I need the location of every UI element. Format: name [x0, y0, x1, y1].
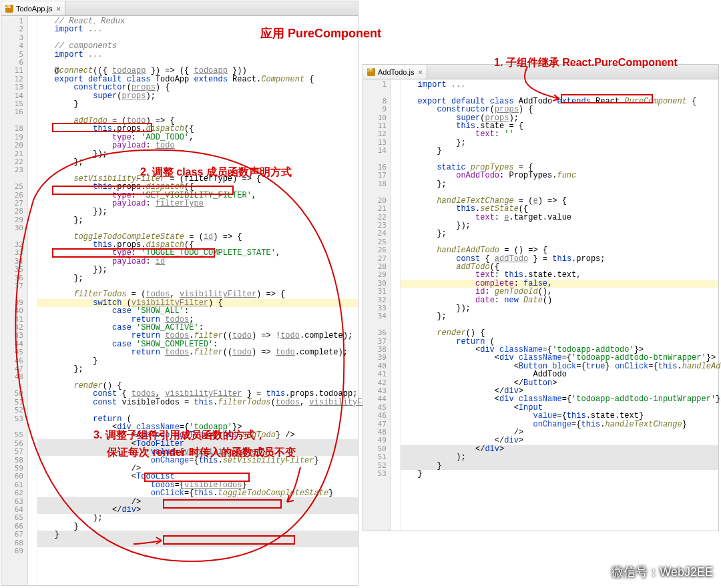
fold-column: [28, 16, 37, 585]
code-area[interactable]: import ... export default class AddTodo …: [401, 79, 718, 531]
wechat-icon: [594, 565, 609, 579]
watermark-text: 微信号：WebJ2EE: [612, 564, 713, 580]
watermark: 微信号：WebJ2EE: [594, 564, 713, 580]
editor-pane-left: TodoApp.js × 1 2 3 4 5 6 11 12 13 14 15 …: [1, 1, 358, 586]
js-file-icon: [367, 68, 375, 76]
close-icon[interactable]: ×: [56, 5, 60, 13]
tab-label: AddTodo.js: [378, 68, 414, 76]
tab-bar: TodoApp.js ×: [1, 1, 358, 16]
line-gutter: 1 2 3 4 5 6 11 12 13 14 15 16 18 19 20 2…: [1, 16, 28, 585]
tab-todoapp[interactable]: TodoApp.js ×: [1, 1, 65, 15]
editor-pane-right: AddTodo.js × 1 8 9 10 11 12 13 14 16 17 …: [363, 64, 719, 531]
js-file-icon: [5, 5, 13, 13]
tab-bar: AddTodo.js ×: [363, 65, 718, 79]
close-icon[interactable]: ×: [418, 68, 422, 76]
line-gutter: 1 8 9 10 11 12 13 14 16 17 18 20 21 22 2…: [363, 79, 391, 531]
tab-addtodo[interactable]: AddTodo.js ×: [363, 65, 427, 79]
code-area[interactable]: // React、Redux import ... // components …: [37, 16, 358, 585]
fold-column: [391, 79, 401, 531]
tab-label: TodoApp.js: [16, 5, 52, 13]
